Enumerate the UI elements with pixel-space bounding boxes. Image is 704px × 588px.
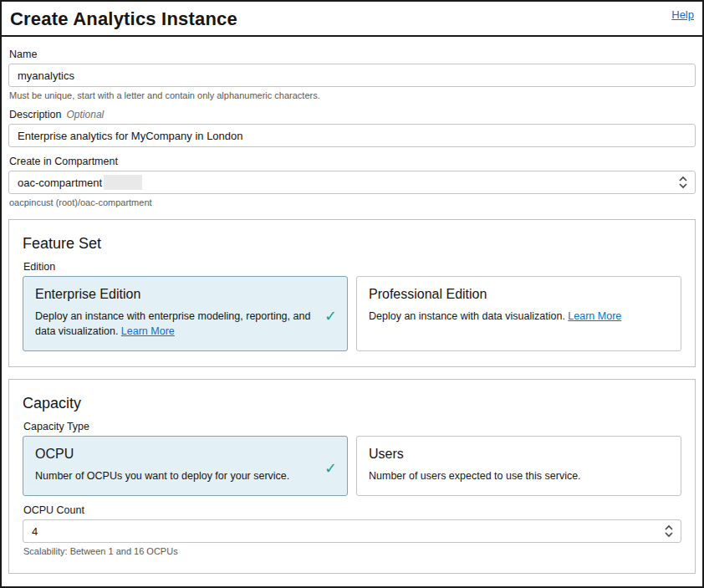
description-optional-label: Optional xyxy=(67,109,105,120)
name-label: Name xyxy=(9,49,696,60)
compartment-label: Create in Compartment xyxy=(9,156,696,167)
edition-card-enterprise[interactable]: Enterprise Edition Deploy an instance wi… xyxy=(23,276,348,351)
ocpu-count-select-value: 4 xyxy=(32,525,38,538)
learn-more-link-enterprise[interactable]: Learn More xyxy=(121,325,175,337)
form-content: Name Must be unique, start with a letter… xyxy=(2,37,702,574)
ocpu-count-select[interactable]: 4 xyxy=(23,519,681,543)
capacity-title: Capacity xyxy=(23,395,681,412)
description-input[interactable] xyxy=(8,124,696,147)
edition-card-professional[interactable]: Professional Edition Deploy an instance … xyxy=(356,276,681,351)
edition-label: Edition xyxy=(23,261,681,273)
ocpu-count-label: OCPU Count xyxy=(23,504,681,516)
compartment-select-value: oac-compartment xyxy=(18,176,102,189)
edition-card-title: Professional Edition xyxy=(369,287,652,302)
page-title: Create Analytics Instance xyxy=(10,8,237,30)
chevron-updown-icon xyxy=(678,176,688,189)
check-icon: ✓ xyxy=(324,460,337,478)
capacity-card-desc: Number of users expected to use this ser… xyxy=(369,468,652,483)
feature-set-title: Feature Set xyxy=(23,235,681,253)
edition-card-desc: Deploy an instance with enterprise model… xyxy=(35,309,319,339)
dialog-header: Create Analytics Instance Help xyxy=(2,2,702,37)
capacity-card-ocpu[interactable]: OCPU Number of OCPUs you want to deploy … xyxy=(23,436,348,496)
compartment-select[interactable]: oac-compartment xyxy=(8,171,696,194)
edition-card-desc-text: Deploy an instance with data visualizati… xyxy=(369,310,568,322)
description-label-text: Description xyxy=(9,109,62,120)
learn-more-link-professional[interactable]: Learn More xyxy=(568,310,621,322)
ocpu-count-helper: Scalability: Between 1 and 16 OCPUs xyxy=(23,546,681,556)
capacity-section: Capacity Capacity Type OCPU Number of OC… xyxy=(8,379,696,574)
capacity-type-label: Capacity Type xyxy=(23,421,681,432)
create-analytics-instance-dialog: Create Analytics Instance Help Name Must… xyxy=(0,0,704,588)
compartment-select-highlight xyxy=(104,175,142,190)
capacity-card-title: Users xyxy=(369,447,652,462)
compartment-helper: oacpincust (root)/oac-compartment xyxy=(9,197,696,207)
capacity-card-desc: Number of OCPUs you want to deploy for y… xyxy=(35,468,319,483)
feature-set-section: Feature Set Edition Enterprise Edition D… xyxy=(8,219,696,367)
capacity-card-row: OCPU Number of OCPUs you want to deploy … xyxy=(23,436,681,496)
description-label: DescriptionOptional xyxy=(9,109,696,120)
edition-card-desc: Deploy an instance with data visualizati… xyxy=(369,309,652,324)
capacity-card-title: OCPU xyxy=(35,447,319,462)
chevron-updown-icon xyxy=(664,524,674,538)
check-icon: ✓ xyxy=(324,307,337,325)
name-helper: Must be unique, start with a letter and … xyxy=(9,90,696,100)
help-link[interactable]: Help xyxy=(671,8,694,21)
edition-card-row: Enterprise Edition Deploy an instance wi… xyxy=(23,276,681,351)
name-input[interactable] xyxy=(8,64,696,87)
edition-card-title: Enterprise Edition xyxy=(35,287,319,302)
capacity-card-users[interactable]: Users Number of users expected to use th… xyxy=(356,436,681,496)
